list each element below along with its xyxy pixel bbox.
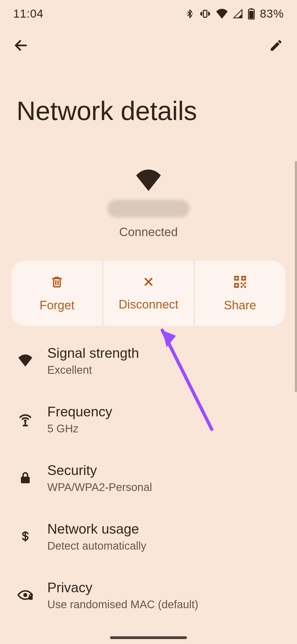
row-subtitle: Excellent <box>47 364 139 376</box>
app-bar <box>0 28 297 63</box>
row-title: Network usage <box>47 521 146 537</box>
svg-rect-10 <box>243 277 244 279</box>
row-title: Security <box>47 462 152 478</box>
row-title: Privacy <box>47 580 198 596</box>
disconnect-label: Disconnect <box>119 298 178 311</box>
row-privacy[interactable]: Privacy Use randomised MAC (default) <box>0 566 297 624</box>
svg-point-0 <box>186 13 187 14</box>
svg-rect-19 <box>21 477 30 483</box>
eye-lock-icon <box>16 586 34 604</box>
disconnect-button[interactable]: Disconnect <box>103 261 194 326</box>
actions-card: Forget Disconnect Share <box>12 261 285 326</box>
share-label: Share <box>224 298 256 312</box>
page-title: Network details <box>0 63 297 170</box>
status-bar: 11:04 83% <box>0 0 297 28</box>
svg-rect-6 <box>54 279 60 287</box>
svg-rect-8 <box>235 277 237 279</box>
lock-icon <box>16 469 34 487</box>
dollar-icon <box>16 528 34 545</box>
row-security[interactable]: Security WPA/WPA2-Personal <box>0 449 297 507</box>
status-icons: 83% <box>185 7 284 20</box>
status-time: 11:04 <box>13 7 43 20</box>
svg-rect-16 <box>244 286 246 288</box>
row-subtitle: Use randomised MAC (default) <box>47 598 198 611</box>
vibrate-icon <box>199 9 211 19</box>
row-subtitle: 5 GHz <box>47 422 112 435</box>
edit-button[interactable] <box>266 36 286 55</box>
bluetooth-icon <box>185 8 194 20</box>
battery-icon <box>248 8 255 20</box>
wifi-status-icon <box>216 9 228 19</box>
gesture-nav-pill <box>110 636 187 639</box>
cellular-icon <box>233 9 243 19</box>
close-icon <box>142 275 155 291</box>
row-title: Frequency <box>47 404 112 420</box>
row-network-usage[interactable]: Network usage Detect automatically <box>0 507 297 566</box>
wifi-icon <box>16 352 34 369</box>
scroll-indicator <box>295 161 297 392</box>
svg-rect-12 <box>235 284 237 286</box>
row-signal-strength[interactable]: Signal strength Excellent <box>0 331 297 390</box>
row-subtitle: Detect automatically <box>47 540 146 552</box>
svg-rect-14 <box>244 282 246 284</box>
svg-point-20 <box>23 593 28 597</box>
details-list: Signal strength Excellent Frequency 5 GH… <box>0 326 297 624</box>
svg-rect-13 <box>241 282 243 284</box>
svg-rect-5 <box>250 8 253 9</box>
row-subtitle: WPA/WPA2-Personal <box>47 481 152 493</box>
svg-rect-15 <box>241 286 243 288</box>
svg-rect-21 <box>29 596 33 600</box>
battery-percent: 83% <box>260 7 284 20</box>
share-button[interactable]: Share <box>194 261 285 326</box>
back-button[interactable] <box>11 36 31 55</box>
wifi-summary: Connected <box>0 170 297 261</box>
ssid-redacted <box>107 200 190 217</box>
wifi-large-icon <box>135 170 162 192</box>
svg-rect-4 <box>249 11 254 19</box>
qr-icon <box>233 275 247 292</box>
antenna-icon <box>16 410 34 428</box>
svg-point-1 <box>192 13 193 14</box>
trash-icon <box>50 275 64 292</box>
forget-label: Forget <box>40 298 75 312</box>
connection-status: Connected <box>119 225 178 239</box>
forget-button[interactable]: Forget <box>12 261 103 326</box>
row-title: Signal strength <box>47 345 139 361</box>
row-frequency[interactable]: Frequency 5 GHz <box>0 390 297 449</box>
svg-rect-2 <box>204 10 207 17</box>
svg-rect-17 <box>242 284 244 286</box>
